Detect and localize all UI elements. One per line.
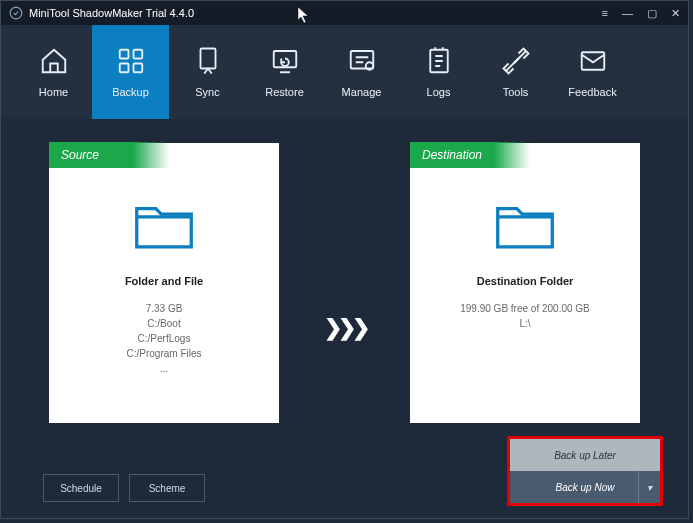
minimize-icon[interactable]: —	[622, 7, 633, 19]
nav-label: Logs	[427, 86, 451, 98]
svg-rect-7	[350, 51, 373, 69]
scheme-button[interactable]: Scheme	[129, 474, 205, 502]
nav-label: Manage	[342, 86, 382, 98]
logs-icon	[424, 46, 454, 76]
nav-home[interactable]: Home	[15, 25, 92, 119]
backup-icon	[116, 46, 146, 76]
nav-label: Backup	[112, 86, 149, 98]
nav-label: Feedback	[568, 86, 616, 98]
source-title: Folder and File	[125, 275, 203, 287]
maximize-icon[interactable]: ▢	[647, 7, 657, 20]
source-card[interactable]: Source Folder and File 7.33 GB C:/Boot C…	[49, 143, 279, 423]
close-icon[interactable]: ✕	[671, 7, 680, 20]
source-path: ...	[126, 361, 201, 376]
source-info: 7.33 GB C:/Boot C:/PerfLogs C:/Program F…	[126, 301, 201, 376]
chevron-down-icon[interactable]: ▾	[638, 471, 660, 503]
folder-icon	[488, 195, 562, 255]
menu-icon[interactable]: ≡	[602, 7, 608, 19]
nav-label: Tools	[503, 86, 529, 98]
destination-info: 199.90 GB free of 200.00 GB L:\	[460, 301, 590, 331]
svg-point-0	[10, 7, 22, 19]
tools-icon	[501, 46, 531, 76]
destination-drive: L:\	[460, 316, 590, 331]
nav-sync[interactable]: Sync	[169, 25, 246, 119]
app-title: MiniTool ShadowMaker Trial 4.4.0	[29, 7, 194, 19]
nav-label: Home	[39, 86, 68, 98]
sync-icon	[193, 46, 223, 76]
nav-feedback[interactable]: Feedback	[554, 25, 631, 119]
restore-icon	[270, 46, 300, 76]
nav-backup[interactable]: Backup	[92, 25, 169, 119]
arrow-icon: ❯❯❯	[324, 315, 366, 341]
destination-title: Destination Folder	[477, 275, 574, 287]
nav-restore[interactable]: Restore	[246, 25, 323, 119]
manage-icon	[347, 46, 377, 76]
svg-rect-1	[119, 50, 128, 59]
destination-card[interactable]: Destination Destination Folder 199.90 GB…	[410, 143, 640, 423]
home-icon	[39, 46, 69, 76]
svg-rect-4	[133, 64, 142, 73]
svg-rect-5	[200, 49, 215, 69]
destination-free: 199.90 GB free of 200.00 GB	[460, 301, 590, 316]
backup-dropdown: Back up Later Back up Now ▾	[507, 436, 663, 506]
svg-rect-3	[119, 64, 128, 73]
back-up-now-label: Back up Now	[556, 482, 615, 493]
feedback-icon	[578, 46, 608, 76]
source-path: C:/PerfLogs	[126, 331, 201, 346]
nav-logs[interactable]: Logs	[400, 25, 477, 119]
svg-rect-10	[581, 52, 604, 70]
app-logo-icon	[9, 6, 23, 20]
source-size: 7.33 GB	[126, 301, 201, 316]
svg-rect-2	[133, 50, 142, 59]
nav-manage[interactable]: Manage	[323, 25, 400, 119]
back-up-now-button[interactable]: Back up Now ▾	[510, 471, 660, 503]
schedule-button[interactable]: Schedule	[43, 474, 119, 502]
destination-tab: Destination	[410, 142, 530, 168]
folder-icon	[127, 195, 201, 255]
source-tab: Source	[49, 142, 169, 168]
nav-label: Restore	[265, 86, 304, 98]
source-path: C:/Program Files	[126, 346, 201, 361]
nav-tools[interactable]: Tools	[477, 25, 554, 119]
back-up-later-button[interactable]: Back up Later	[510, 439, 660, 471]
source-path: C:/Boot	[126, 316, 201, 331]
nav-label: Sync	[195, 86, 219, 98]
